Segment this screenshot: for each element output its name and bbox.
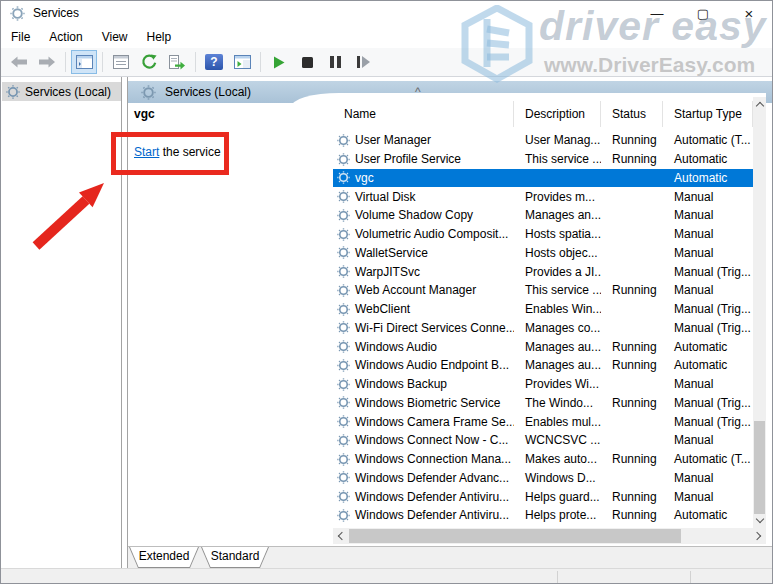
restart-service-button[interactable] bbox=[350, 50, 376, 74]
service-name: Windows Defender Antiviru... bbox=[355, 490, 509, 504]
service-startup-type: Manual bbox=[663, 471, 753, 485]
horizontal-scroll-thumb[interactable] bbox=[349, 529, 681, 543]
table-row[interactable]: Web Account ManagerThis service ...Runni… bbox=[333, 281, 753, 300]
table-row[interactable]: Volume Shadow CopyManages an...Manual bbox=[333, 206, 753, 225]
pause-service-button[interactable] bbox=[322, 50, 348, 74]
table-row[interactable]: Windows Connection Mana...Makes auto...R… bbox=[333, 450, 753, 469]
service-startup-type: Automatic (T... bbox=[663, 452, 753, 466]
show-action-pane-button[interactable] bbox=[229, 50, 255, 74]
scroll-down-button[interactable] bbox=[753, 513, 766, 528]
service-description: Provides Wi... bbox=[514, 377, 601, 391]
table-row[interactable]: Windows Connect Now - C...WCNCSVC ...Man… bbox=[333, 431, 753, 450]
minimize-button[interactable]: — bbox=[634, 1, 680, 25]
menu-view[interactable]: View bbox=[93, 27, 137, 47]
toolbar-separator bbox=[195, 52, 196, 72]
menu-help[interactable]: Help bbox=[138, 27, 181, 47]
chevron-right-icon bbox=[753, 532, 761, 540]
refresh-button[interactable] bbox=[136, 50, 162, 74]
table-row[interactable]: User Profile ServiceThis service ...Runn… bbox=[333, 150, 753, 169]
vertical-scroll-thumb[interactable] bbox=[754, 421, 765, 514]
properties-button[interactable] bbox=[108, 50, 134, 74]
table-row[interactable]: User ManagerUser Manag...RunningAutomati… bbox=[333, 131, 753, 150]
service-description: Manages co... bbox=[514, 321, 601, 335]
service-gear-icon bbox=[337, 303, 350, 316]
help-button[interactable]: ? bbox=[201, 50, 227, 74]
service-status: Running bbox=[601, 283, 663, 297]
table-row-selected[interactable]: vgcAutomatic bbox=[333, 169, 753, 188]
column-header-name[interactable]: Name bbox=[333, 101, 514, 127]
menu-bar: File Action View Help bbox=[1, 25, 772, 48]
service-startup-type: Manual bbox=[663, 283, 753, 297]
properties-icon bbox=[113, 55, 129, 69]
table-row[interactable]: Windows AudioManages au...RunningAutomat… bbox=[333, 337, 753, 356]
horizontal-scrollbar[interactable] bbox=[333, 528, 766, 544]
table-row[interactable]: Wi-Fi Direct Services Conne...Manages co… bbox=[333, 319, 753, 338]
table-row[interactable]: WebClientEnables Win...Manual (Trig... bbox=[333, 300, 753, 319]
tab-standard[interactable]: Standard bbox=[201, 547, 269, 568]
column-header-startup-type[interactable]: Startup Type bbox=[663, 101, 753, 127]
table-row[interactable]: Windows Defender Antiviru...Helps guard.… bbox=[333, 487, 753, 506]
tree-node-label: Services (Local) bbox=[25, 85, 111, 99]
start-service-button[interactable] bbox=[266, 50, 292, 74]
column-header-status[interactable]: Status bbox=[601, 101, 663, 127]
table-row[interactable]: Windows Defender Antiviru...Helps prote.… bbox=[333, 506, 753, 525]
scroll-right-button[interactable] bbox=[751, 528, 766, 544]
service-gear-icon bbox=[337, 490, 350, 503]
service-gear-icon bbox=[337, 359, 350, 372]
table-row[interactable]: Volumetric Audio Composit...Hosts spatia… bbox=[333, 225, 753, 244]
service-description: Hosts objec... bbox=[514, 246, 601, 260]
forward-button[interactable] bbox=[34, 50, 60, 74]
service-startup-type: Manual bbox=[663, 433, 753, 447]
sort-ascending-icon[interactable]: ^ bbox=[415, 85, 421, 99]
tab-extended[interactable]: Extended bbox=[129, 547, 199, 568]
toolbar-separator bbox=[65, 52, 66, 72]
service-startup-type: Automatic bbox=[663, 358, 753, 372]
menu-file[interactable]: File bbox=[2, 27, 39, 47]
scroll-left-button[interactable] bbox=[333, 528, 348, 544]
table-row[interactable]: Windows Camera Frame Se...Enables mul...… bbox=[333, 412, 753, 431]
table-row[interactable]: Windows Audio Endpoint B...Manages au...… bbox=[333, 356, 753, 375]
service-startup-type: Manual bbox=[663, 208, 753, 222]
service-name: vgc bbox=[355, 171, 374, 185]
service-gear-icon bbox=[337, 471, 350, 484]
table-row[interactable]: Windows BackupProvides Wi...Manual bbox=[333, 375, 753, 394]
service-startup-type: Automatic (T... bbox=[663, 133, 753, 147]
pause-icon bbox=[330, 56, 341, 68]
service-startup-type: Automatic bbox=[663, 508, 753, 522]
help-icon: ? bbox=[205, 54, 223, 70]
scroll-up-button[interactable] bbox=[753, 97, 766, 112]
close-button[interactable]: × bbox=[726, 1, 772, 25]
tree-node-services-local[interactable]: Services (Local) bbox=[2, 82, 121, 101]
service-description: Manages au... bbox=[514, 358, 601, 372]
service-startup-type: Manual (Trig... bbox=[663, 265, 753, 279]
service-description: This service ... bbox=[514, 283, 601, 297]
service-gear-icon bbox=[337, 453, 350, 466]
maximize-button[interactable]: ▢ bbox=[680, 1, 726, 25]
table-row[interactable]: Virtual DiskProvides m...Manual bbox=[333, 187, 753, 206]
service-startup-type: Manual (Trig... bbox=[663, 415, 753, 429]
show-console-tree-button[interactable] bbox=[71, 50, 97, 74]
service-description: Enables mul... bbox=[514, 415, 601, 429]
services-gear-icon bbox=[6, 85, 20, 99]
column-header-description[interactable]: Description bbox=[514, 101, 601, 127]
stop-service-button[interactable] bbox=[294, 50, 320, 74]
service-name: Windows Defender Advanc... bbox=[355, 471, 509, 485]
service-name: Wi-Fi Direct Services Conne... bbox=[355, 321, 514, 335]
menu-action[interactable]: Action bbox=[40, 27, 91, 47]
service-status: Running bbox=[601, 508, 663, 522]
service-description: Manages au... bbox=[514, 340, 601, 354]
service-gear-icon bbox=[337, 340, 350, 353]
export-list-button[interactable] bbox=[164, 50, 190, 74]
vertical-scrollbar[interactable] bbox=[753, 97, 766, 528]
service-gear-icon bbox=[337, 153, 350, 166]
table-row[interactable]: Windows Defender Advanc...Windows D...Ma… bbox=[333, 469, 753, 488]
annotation-arrow-icon bbox=[26, 179, 111, 251]
back-button[interactable] bbox=[6, 50, 32, 74]
status-bar bbox=[1, 568, 773, 584]
service-name: Volumetric Audio Composit... bbox=[355, 227, 508, 241]
table-row[interactable]: WarpJITSvcProvides a JI...Manual (Trig..… bbox=[333, 262, 753, 281]
table-row[interactable]: Windows Biometric ServiceThe Windo...Run… bbox=[333, 394, 753, 413]
service-description: WCNCSVC ... bbox=[514, 433, 601, 447]
table-row[interactable]: WalletServiceHosts objec...Manual bbox=[333, 244, 753, 263]
service-gear-icon bbox=[337, 246, 350, 259]
